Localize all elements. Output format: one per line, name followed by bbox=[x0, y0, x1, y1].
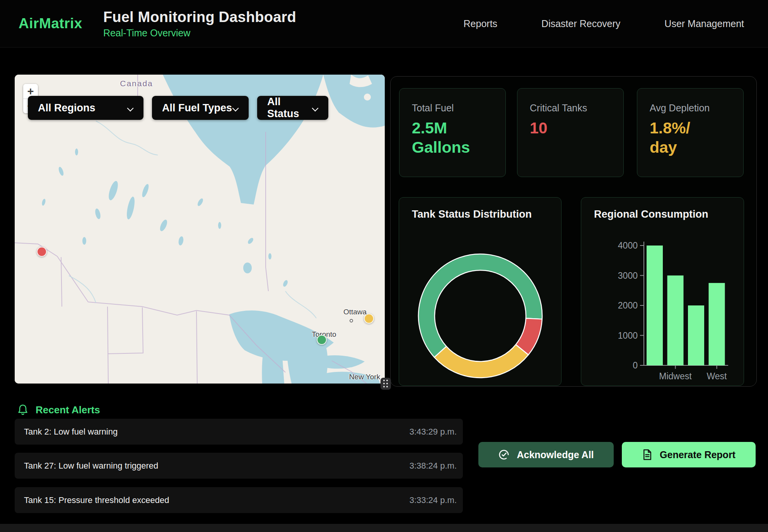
alert-row[interactable]: Tank 2: Low fuel warning 3:43:29 p.m. bbox=[15, 419, 463, 445]
stat-card-critical-tanks: Critical Tanks 10 bbox=[517, 88, 624, 177]
town-icon bbox=[350, 319, 353, 322]
check-circle-icon bbox=[498, 449, 510, 460]
map-canvas[interactable]: Canada Ottawa Toronto New York + − All R… bbox=[15, 75, 385, 384]
top-nav: Reports Disaster Recovery User Managemen… bbox=[464, 18, 744, 29]
generate-report-button[interactable]: Generate Report bbox=[622, 442, 756, 467]
chart-title: Tank Status Distribution bbox=[412, 208, 532, 220]
bar-3 bbox=[709, 283, 725, 365]
region-filter-select[interactable]: All Regions bbox=[28, 96, 143, 120]
stat-card-total-fuel: Total Fuel 2.5M Gallons bbox=[399, 88, 506, 177]
alert-time: 3:33:24 p.m. bbox=[410, 495, 457, 505]
brand-logo: AirMatrix bbox=[19, 15, 82, 32]
acknowledge-all-label: Acknowledge All bbox=[517, 449, 594, 460]
dashboard-panel: Total Fuel 2.5M Gallons Critical Tanks 1… bbox=[390, 76, 757, 387]
stat-card-avg-depletion: Avg Depletion 1.8%/ day bbox=[637, 88, 744, 177]
svg-text:Midwest: Midwest bbox=[659, 371, 692, 381]
tank-status-donut-chart bbox=[399, 232, 562, 383]
city-label-ottawa: Ottawa bbox=[343, 308, 367, 316]
footer-bar bbox=[0, 524, 768, 532]
bar-2 bbox=[688, 305, 704, 365]
status-filter-value: All Status bbox=[267, 96, 312, 120]
tank-marker-critical[interactable] bbox=[37, 247, 47, 257]
fuel-type-filter-select[interactable]: All Fuel Types bbox=[152, 96, 249, 120]
stat-label: Total Fuel bbox=[412, 102, 505, 114]
fuel-type-filter-value: All Fuel Types bbox=[162, 102, 232, 114]
svg-text:2000: 2000 bbox=[618, 300, 638, 310]
generate-report-label: Generate Report bbox=[660, 449, 736, 460]
regional-consumption-card: Regional Consumption 01000200030004000Mi… bbox=[581, 197, 744, 386]
stat-value-unit: Gallons bbox=[412, 138, 505, 157]
tank-status-card: Tank Status Distribution bbox=[399, 197, 561, 386]
file-text-icon bbox=[642, 449, 653, 460]
city-label-new-york: New York bbox=[349, 373, 380, 381]
bell-icon bbox=[17, 404, 29, 416]
svg-text:1000: 1000 bbox=[618, 331, 638, 341]
nav-item-reports[interactable]: Reports bbox=[464, 18, 498, 29]
chart-title: Regional Consumption bbox=[594, 208, 708, 220]
tank-marker-warning[interactable] bbox=[364, 314, 374, 324]
region-filter-value: All Regions bbox=[38, 102, 96, 114]
status-filter-select[interactable]: All Status bbox=[257, 96, 328, 120]
map-panel: Canada Ottawa Toronto New York + − All R… bbox=[15, 75, 385, 384]
acknowledge-all-button[interactable]: Acknowledge All bbox=[478, 442, 614, 467]
stat-value: 2.5M bbox=[412, 118, 505, 138]
nav-item-user-management[interactable]: User Management bbox=[664, 18, 744, 29]
stat-value: 1.8%/ bbox=[650, 118, 743, 138]
svg-text:3000: 3000 bbox=[618, 271, 638, 281]
tank-marker-normal[interactable] bbox=[317, 335, 327, 345]
alert-message: Tank 15: Pressure threshold exceeded bbox=[24, 495, 169, 505]
drag-dots-icon bbox=[383, 380, 388, 388]
chevron-down-icon bbox=[233, 105, 239, 111]
stat-label: Avg Depletion bbox=[650, 102, 743, 114]
bar-0 bbox=[647, 246, 663, 365]
map-filters: All Regions All Fuel Types All Status bbox=[28, 96, 328, 120]
map-drag-handle[interactable] bbox=[381, 378, 391, 390]
regional-consumption-bar-chart: 01000200030004000MidwestWest bbox=[581, 221, 744, 386]
chevron-down-icon bbox=[128, 105, 133, 111]
stat-value: 10 bbox=[530, 118, 623, 138]
alert-time: 3:38:24 p.m. bbox=[410, 461, 457, 471]
alerts-header: Recent Alerts bbox=[17, 404, 100, 416]
country-label-canada: Canada bbox=[120, 79, 153, 88]
svg-text:4000: 4000 bbox=[618, 240, 638, 251]
alert-message: Tank 2: Low fuel warning bbox=[24, 427, 118, 437]
chevron-down-icon bbox=[312, 105, 318, 111]
page-title: Fuel Monitoring Dashboard bbox=[103, 9, 296, 26]
alert-message: Tank 27: Low fuel warning triggered bbox=[24, 461, 158, 471]
title-block: Fuel Monitoring Dashboard Real-Time Over… bbox=[103, 9, 296, 39]
svg-text:West: West bbox=[707, 371, 727, 381]
page-subtitle: Real-Time Overview bbox=[103, 27, 296, 39]
alert-row[interactable]: Tank 27: Low fuel warning triggered 3:38… bbox=[15, 453, 463, 479]
nav-item-disaster-recovery[interactable]: Disaster Recovery bbox=[541, 18, 620, 29]
alerts-title: Recent Alerts bbox=[36, 404, 100, 416]
stat-value-unit: day bbox=[650, 138, 743, 157]
alert-row[interactable]: Tank 15: Pressure threshold exceeded 3:3… bbox=[15, 487, 463, 513]
svg-text:0: 0 bbox=[633, 360, 638, 370]
alert-time: 3:43:29 p.m. bbox=[410, 427, 457, 437]
donut-segment-warning bbox=[434, 344, 528, 378]
bar-1 bbox=[667, 276, 684, 366]
header: AirMatrix Fuel Monitoring Dashboard Real… bbox=[0, 0, 768, 48]
stat-label: Critical Tanks bbox=[530, 102, 623, 114]
